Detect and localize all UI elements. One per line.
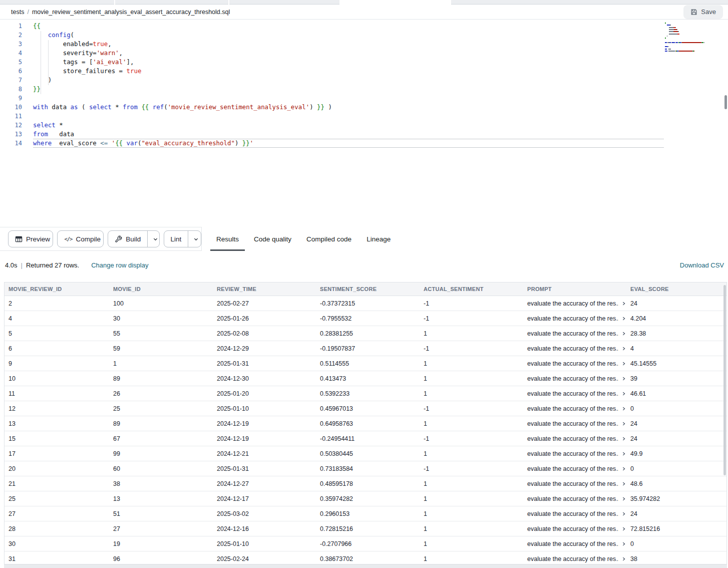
code-line[interactable]: from data <box>33 130 668 139</box>
prompt-cell[interactable]: evaluate the accuracy of the res… <box>523 296 626 311</box>
prompt-cell[interactable]: evaluate the accuracy of the res… <box>523 431 626 446</box>
prompt-cell[interactable]: evaluate the accuracy of the res… <box>523 491 626 506</box>
save-button[interactable]: Save <box>683 5 723 19</box>
table-cell: 0 <box>626 401 726 416</box>
prompt-text: evaluate the accuracy of the res… <box>527 495 619 502</box>
table-cell: 28.38 <box>626 326 726 341</box>
chevron-right-icon <box>621 436 626 441</box>
build-button[interactable]: Build <box>108 230 159 247</box>
prompt-cell[interactable]: evaluate the accuracy of the res… <box>523 476 626 491</box>
table-cell: -0.7955532 <box>316 311 420 326</box>
line-number: 2 <box>0 31 22 40</box>
code-line[interactable] <box>33 94 668 103</box>
code-line[interactable]: {{ <box>33 22 668 31</box>
prompt-text: evaluate the accuracy of the res… <box>527 405 619 412</box>
line-number: 6 <box>0 67 22 76</box>
editor-scrollbar-thumb[interactable] <box>724 95 727 109</box>
download-csv-link[interactable]: Download CSV <box>680 261 724 269</box>
table-cell: 0.5114555 <box>316 356 420 371</box>
table-cell: 2025-02-08 <box>213 326 316 341</box>
table-cell: -1 <box>420 311 523 326</box>
chevron-right-icon <box>621 556 626 561</box>
code-line[interactable] <box>33 112 668 121</box>
table-cell: 1 <box>420 491 523 506</box>
chevron-right-icon <box>621 451 626 456</box>
preview-label: Preview <box>26 235 50 243</box>
code-line[interactable]: with data as ( select * from {{ ref('mov… <box>33 103 668 112</box>
code-line[interactable]: severity='warn', <box>33 49 668 58</box>
build-dropdown-toggle[interactable] <box>147 231 159 247</box>
lint-label: Lint <box>171 235 182 243</box>
breadcrumb-folder[interactable]: tests <box>11 9 24 16</box>
lint-button[interactable]: Lint <box>164 230 201 247</box>
table-cell: 12 <box>5 401 109 416</box>
table-cell: -1 <box>420 401 523 416</box>
code-line[interactable]: select * <box>33 121 668 130</box>
table-cell: 1 <box>420 371 523 386</box>
prompt-cell[interactable]: evaluate the accuracy of the res… <box>523 326 626 341</box>
editor-toolbar: Preview </> Compile Build Lint <box>0 227 202 251</box>
table-cell: 1 <box>109 356 213 371</box>
code-line[interactable]: enabled=true, <box>33 40 668 49</box>
table-cell: 2024-12-30 <box>213 371 316 386</box>
table-cell: 39 <box>626 371 726 386</box>
table-cell: 25 <box>5 491 109 506</box>
prompt-cell[interactable]: evaluate the accuracy of the res… <box>523 371 626 386</box>
prompt-cell[interactable]: evaluate the accuracy of the res… <box>523 386 626 401</box>
preview-button[interactable]: Preview <box>8 230 53 247</box>
table-cell: 1 <box>420 356 523 371</box>
chevron-right-icon <box>621 346 626 351</box>
code-line[interactable]: where eval_score <= '{{ var("eval_accura… <box>33 139 664 148</box>
prompt-text: evaluate the accuracy of the res… <box>527 480 619 487</box>
code-line[interactable]: tags = ['ai_eval'], <box>33 58 668 67</box>
prompt-cell[interactable]: evaluate the accuracy of the res… <box>523 341 626 356</box>
editor-code[interactable]: {{ config( enabled=true, severity='warn'… <box>33 22 668 148</box>
lint-dropdown-toggle[interactable] <box>188 231 201 247</box>
prompt-cell[interactable]: evaluate the accuracy of the res… <box>523 521 626 536</box>
line-number: 13 <box>0 130 22 139</box>
code-line[interactable]: config( <box>33 31 668 40</box>
prompt-cell[interactable]: evaluate the accuracy of the res… <box>523 356 626 371</box>
build-label: Build <box>126 235 141 243</box>
prompt-cell[interactable]: evaluate the accuracy of the res… <box>523 461 626 476</box>
tab-lineage[interactable]: Lineage <box>367 227 391 251</box>
line-number: 3 <box>0 40 22 49</box>
table-cell: 11 <box>5 386 109 401</box>
prompt-cell[interactable]: evaluate the accuracy of the res… <box>523 506 626 521</box>
code-editor[interactable]: 1234567891011121314 {{ config( enabled=t… <box>0 20 728 227</box>
prompt-text: evaluate the accuracy of the res… <box>527 450 619 457</box>
prompt-cell[interactable]: evaluate the accuracy of the res… <box>523 311 626 326</box>
inactive-tab-strip-right[interactable] <box>451 0 728 5</box>
table-cell: -0.19507837 <box>316 341 420 356</box>
line-number: 12 <box>0 121 22 130</box>
editor-minimap[interactable] <box>665 22 713 52</box>
table-cell: -1 <box>420 431 523 446</box>
table-cell: 2025-01-26 <box>213 311 316 326</box>
results-table: MOVIE_REVIEW_IDMOVIE_IDREVIEW_TIMESENTIM… <box>4 282 727 564</box>
table-cell: 24 <box>626 416 726 431</box>
prompt-text: evaluate the accuracy of the res… <box>527 360 619 367</box>
tab-compiled-code[interactable]: Compiled code <box>306 227 351 251</box>
code-line[interactable]: ) <box>33 76 668 85</box>
table-cell: 1 <box>420 386 523 401</box>
table-cell: 5 <box>5 326 109 341</box>
tab-results[interactable]: Results <box>216 227 239 251</box>
horizontal-scrollbar-track[interactable] <box>4 564 727 568</box>
prompt-cell[interactable]: evaluate the accuracy of the res… <box>523 401 626 416</box>
code-line[interactable]: store_failures = true <box>33 67 668 76</box>
prompt-text: evaluate the accuracy of the res… <box>527 345 619 352</box>
table-cell: -1 <box>420 296 523 311</box>
inactive-tab-strip-left[interactable] <box>0 0 339 5</box>
prompt-cell[interactable]: evaluate the accuracy of the res… <box>523 536 626 551</box>
code-line[interactable]: }} <box>33 85 668 94</box>
table-cell: 0.28381255 <box>316 326 420 341</box>
prompt-cell[interactable]: evaluate the accuracy of the res… <box>523 446 626 461</box>
prompt-cell[interactable]: evaluate the accuracy of the res… <box>523 416 626 431</box>
tab-code-quality[interactable]: Code quality <box>254 227 291 251</box>
prompt-cell[interactable]: evaluate the accuracy of the res… <box>523 551 626 564</box>
column-header: EVAL_SCORE <box>626 282 726 296</box>
compile-button[interactable]: </> Compile <box>57 230 104 247</box>
table-scrollbar-thumb[interactable] <box>723 285 726 475</box>
table-cell: 1 <box>420 326 523 341</box>
change-row-display-link[interactable]: Change row display <box>91 261 148 269</box>
